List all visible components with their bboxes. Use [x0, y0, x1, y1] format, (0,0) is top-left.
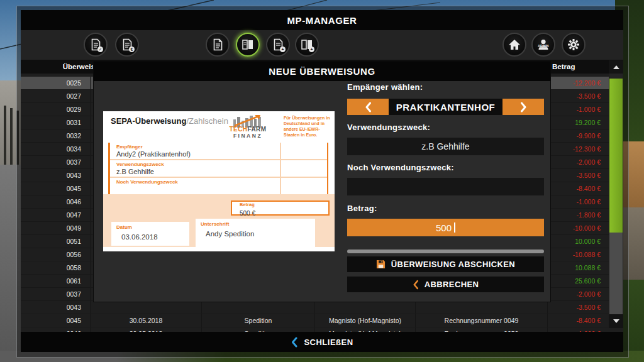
plus-badge-icon: +: [280, 47, 286, 52]
table-cell-empf: Magnisto (Hof-Magnisto): [314, 314, 415, 327]
table-cell-id: 0043: [21, 301, 90, 314]
table-cell-betrag: -1.800 €: [547, 209, 609, 221]
table-cell-betrag: -8.400 €: [547, 314, 609, 327]
amount-label: Betrag:: [347, 204, 544, 213]
table-row[interactable]: 0043-3.500 €: [21, 301, 609, 314]
euro-badge-icon: €: [129, 47, 135, 52]
arrow-up-icon: [613, 65, 619, 69]
transfer-list-button[interactable]: [206, 33, 230, 57]
arrow-down-icon: [613, 319, 619, 323]
table-cell-id: 0029: [21, 103, 90, 116]
scroll-up-button[interactable]: [609, 60, 623, 74]
table-cell-zweck: [415, 301, 547, 314]
table-cell-betrag: -2.000 €: [547, 156, 609, 168]
table-cell-id: 0058: [21, 261, 90, 274]
sepa-betrag-box: Betrag 500 €: [231, 200, 330, 216]
table-cell-id: 0045: [21, 314, 90, 327]
close-label: SCHLIEßEN: [304, 337, 353, 347]
table-cell-betrag: 10.088 €: [547, 261, 609, 274]
sepa-form-preview: SEPA-Überweisung/Zahlschein TECHFARM FIN…: [103, 111, 335, 251]
purpose2-input[interactable]: [347, 178, 544, 195]
cancel-button[interactable]: ABBRECHEN: [347, 277, 544, 292]
table-cell-betrag: -1.000 €: [547, 103, 609, 116]
home-icon: [508, 39, 521, 50]
recipient-label: Empänger wählen:: [347, 82, 544, 92]
plus-badge-icon: +: [309, 47, 314, 52]
table-cell-empf: [314, 301, 415, 314]
scrollbar-track-lower[interactable]: [609, 233, 623, 314]
table-cell-betrag: -9.900 €: [547, 129, 609, 142]
table-row[interactable]: 004530.05.2018SpeditionMagnisto (Hof-Mag…: [21, 314, 609, 327]
table-cell-betrag: -3.500 €: [547, 90, 609, 102]
sepa-field-divider: [280, 143, 281, 194]
settings-button[interactable]: [562, 33, 586, 57]
table-cell-id: 0034: [21, 143, 90, 155]
recipient-prev-button[interactable]: [347, 99, 389, 115]
admin-button[interactable]: ADMIN: [531, 33, 555, 57]
purpose-label: Verwendungszweck:: [347, 123, 544, 132]
table-cell-id: 0037: [21, 288, 90, 300]
table-cell-id: 0049: [21, 222, 90, 234]
chevron-left-icon: [365, 102, 372, 112]
new-order-button[interactable]: +: [295, 33, 319, 57]
toolbar: ✓ € + +: [21, 30, 623, 60]
table-cell-id: 0032: [21, 129, 90, 142]
table-cell-betrag: 25.600 €: [547, 275, 609, 287]
submit-label: ÜBERWEISUNG ABSCHICKEN: [391, 260, 515, 269]
sepa-empfaenger-row: Empfänger Andy2 (Praktikantenhof): [110, 143, 327, 160]
table-cell-id: 0027: [21, 90, 90, 102]
table-cell-betrag: -3.500 €: [547, 169, 609, 182]
amount-input[interactable]: 500: [347, 219, 544, 236]
techfarm-finanz-logo: TECHFARM FINANZ: [221, 113, 274, 139]
purpose-input[interactable]: z.B Gehhilfe: [347, 138, 544, 155]
new-transfer-dialog: NEUE ÜBERWEISUNG SEPA-Überweisung/Zahlsc…: [93, 61, 551, 302]
sepa-notice: Für Überweisungen in Deutschland und in …: [284, 115, 331, 138]
table-cell-id: 0051: [21, 235, 90, 248]
fence-post: [4, 106, 6, 166]
check-badge-icon: ✓: [97, 47, 103, 52]
table-cell-id: 0046: [21, 195, 90, 208]
scrollbar-thumb[interactable]: [609, 79, 623, 233]
table-cell-zweck: Rechnungsnummer 0049: [415, 314, 547, 327]
new-invoice-button[interactable]: +: [266, 33, 290, 57]
table-cell-id: 0056: [21, 248, 90, 261]
close-bar[interactable]: SCHLIEßEN: [21, 332, 623, 352]
transfer-form-icon: [242, 39, 254, 50]
sepa-zweck-row: Verwendungszweck z.B Gehhilfe: [110, 160, 327, 178]
table-cell-typ: [201, 301, 314, 314]
sepa-unterschrift-box: Unterschrift Andy Spedition: [196, 219, 315, 247]
sepa-zweck2-row: Noch Verwendungszweck: [110, 178, 327, 193]
new-transfer-button[interactable]: [236, 33, 260, 57]
window-title: MP-MANAGER: [21, 10, 623, 30]
home-button[interactable]: [502, 33, 526, 57]
table-cell-betrag: -8.400 €: [547, 182, 609, 195]
screen: MP-MANAGER ✓ € + +: [0, 0, 644, 362]
table-cell-id: 0025: [21, 77, 90, 89]
table-cell-id: 0047: [21, 209, 90, 221]
submit-transfer-button[interactable]: ÜBERWEISUNG ABSCHICKEN: [347, 256, 544, 272]
panel-divider: [347, 250, 544, 253]
table-cell-datum: [90, 301, 201, 314]
fence-post: [10, 108, 13, 166]
chevron-left-blue-icon: [291, 337, 297, 348]
table-cell-id: 0045: [21, 182, 90, 195]
chevron-right-icon: [520, 102, 527, 112]
sepa-form-title: SEPA-Überweisung/Zahlschein: [111, 116, 228, 126]
scroll-down-button[interactable]: [609, 314, 623, 328]
amount-value: 500: [436, 222, 452, 233]
table-cell-datum: 30.05.2018: [90, 314, 201, 327]
table-cell-betrag: -10.088 €: [547, 248, 609, 261]
sepa-lower-section: Betrag 500 € Datum 03.06.2018 Unterschri…: [103, 194, 335, 247]
document-list-icon: [212, 38, 223, 51]
table-cell-betrag: -12.300 €: [547, 143, 609, 155]
column-header-betrag[interactable]: Betrag: [552, 60, 575, 74]
table-cell-betrag: -3.500 €: [547, 301, 609, 314]
recipient-value[interactable]: PRAKTIKANTENHOF: [389, 99, 502, 115]
purpose2-label: Noch Verwendungszweck:: [347, 163, 544, 172]
table-cell-betrag: -10.000 €: [547, 222, 609, 234]
table-cell-betrag: -2.000 €: [547, 288, 609, 300]
statements-button[interactable]: ✓: [84, 33, 108, 57]
invoices-button[interactable]: €: [115, 33, 139, 57]
recipient-next-button[interactable]: [502, 99, 544, 115]
text-cursor: [454, 222, 455, 233]
